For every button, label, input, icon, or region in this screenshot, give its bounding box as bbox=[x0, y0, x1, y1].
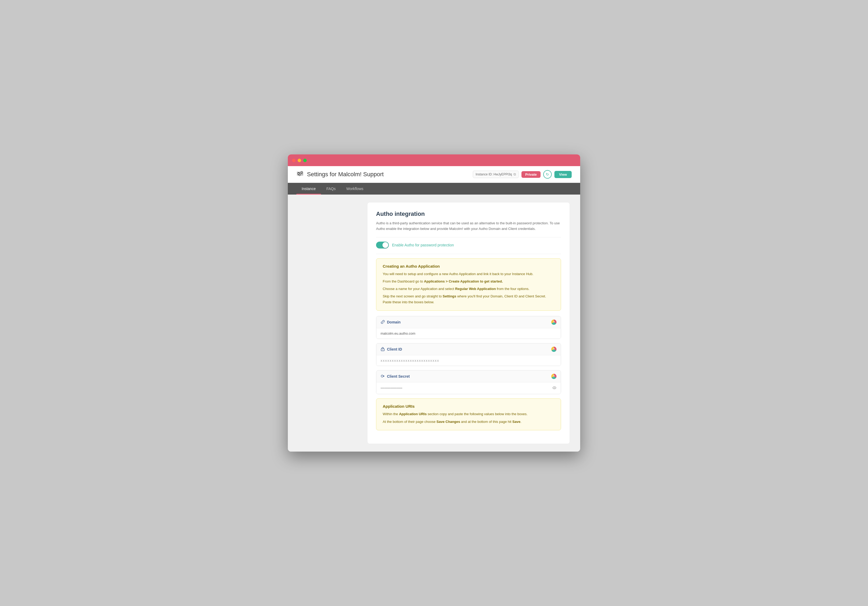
domain-field-group: Domain ? bbox=[376, 316, 561, 339]
info-box-line-3: Choose a name for your Application and s… bbox=[383, 286, 554, 292]
section-title: Autho integration bbox=[376, 211, 561, 217]
domain-icon bbox=[381, 320, 385, 325]
client-id-icon bbox=[381, 347, 385, 352]
domain-field-header: Domain ? bbox=[376, 316, 561, 328]
client-id-header-left: Client ID bbox=[381, 347, 402, 352]
private-badge: Private bbox=[521, 171, 540, 178]
client-secret-value-row bbox=[381, 386, 556, 391]
nav-bar: Instance FAQs Workflows bbox=[288, 183, 580, 195]
view-button[interactable]: View bbox=[554, 171, 572, 178]
app-uris-line-2: At the bottom of their page choose Save … bbox=[383, 419, 554, 425]
header-left: Settings for Malcolm! Support bbox=[296, 170, 384, 179]
maximize-button[interactable] bbox=[303, 159, 307, 162]
toggle-row: Enable Autho for password protection bbox=[376, 242, 561, 248]
toggle-label: Enable Autho for password protection bbox=[392, 243, 454, 247]
app-uris-title: Application URIs bbox=[383, 404, 554, 409]
domain-value bbox=[376, 328, 561, 339]
domain-header-left: Domain bbox=[381, 320, 400, 325]
client-secret-help-icon[interactable]: ? bbox=[551, 374, 556, 379]
client-id-label: Client ID bbox=[387, 347, 402, 351]
divider-1 bbox=[376, 237, 561, 237]
client-secret-header-left: Client Secret bbox=[381, 374, 410, 379]
client-id-help-icon[interactable]: ? bbox=[551, 347, 556, 352]
nav-item-faqs[interactable]: FAQs bbox=[321, 183, 341, 195]
section-description: Autho is a third-party authentication se… bbox=[376, 221, 561, 232]
client-id-value bbox=[376, 355, 561, 366]
client-secret-input[interactable] bbox=[381, 386, 552, 390]
content-panel: Autho integration Autho is a third-party… bbox=[367, 203, 570, 443]
client-id-input[interactable] bbox=[381, 358, 556, 363]
close-button[interactable] bbox=[292, 159, 296, 162]
header-right: Instance ID: HwJyEPPl3q ⧉ Private ↻ View bbox=[473, 170, 572, 178]
instance-id-box: Instance ID: HwJyEPPl3q ⧉ bbox=[473, 170, 519, 178]
client-secret-value bbox=[376, 383, 561, 394]
nav-item-workflows[interactable]: Workflows bbox=[341, 183, 369, 195]
client-id-field-header: Client ID ? bbox=[376, 343, 561, 355]
refresh-button[interactable]: ↻ bbox=[543, 170, 552, 178]
app-header: Settings for Malcolm! Support Instance I… bbox=[288, 166, 580, 183]
domain-help-icon[interactable]: ? bbox=[551, 319, 556, 325]
domain-input[interactable] bbox=[381, 332, 556, 335]
page-title: Settings for Malcolm! Support bbox=[307, 171, 384, 178]
main-content: Autho integration Autho is a third-party… bbox=[288, 195, 580, 451]
titlebar bbox=[288, 154, 580, 166]
instance-id-text: Instance ID: HwJyEPPl3q bbox=[476, 172, 512, 176]
client-secret-icon bbox=[381, 374, 385, 379]
view-button-label: View bbox=[559, 172, 567, 177]
client-secret-field-header: Client Secret ? bbox=[376, 370, 561, 383]
minimize-button[interactable] bbox=[298, 159, 301, 162]
client-secret-field-group: Client Secret ? bbox=[376, 370, 561, 394]
app-uris-line-1: Within the Application URIs section copy… bbox=[383, 411, 554, 417]
app-window: Settings for Malcolm! Support Instance I… bbox=[288, 154, 580, 451]
svg-point-13 bbox=[554, 387, 555, 388]
toggle-visibility-icon[interactable] bbox=[552, 386, 556, 391]
refresh-icon: ↻ bbox=[546, 172, 549, 177]
settings-icon bbox=[296, 170, 304, 179]
info-box-line-1: You will need to setup and configure a n… bbox=[383, 271, 554, 277]
copy-icon[interactable]: ⧉ bbox=[513, 172, 516, 177]
info-box-title: Creating an Autho Application bbox=[383, 264, 554, 268]
info-box-line-4: Skip the next screen and go straight to … bbox=[383, 293, 554, 305]
client-secret-label: Client Secret bbox=[387, 374, 410, 378]
autho-toggle[interactable] bbox=[376, 242, 389, 248]
client-id-field-group: Client ID ? bbox=[376, 343, 561, 366]
divider-2 bbox=[376, 254, 561, 254]
domain-label: Domain bbox=[387, 320, 400, 324]
app-uris-info-box: Application URIs Within the Application … bbox=[376, 398, 561, 430]
create-autho-info-box: Creating an Autho Application You will n… bbox=[376, 258, 561, 311]
svg-point-10 bbox=[383, 350, 383, 350]
nav-item-instance[interactable]: Instance bbox=[296, 183, 321, 195]
info-box-line-2: From the Dashboard go to Applications > … bbox=[383, 279, 554, 284]
